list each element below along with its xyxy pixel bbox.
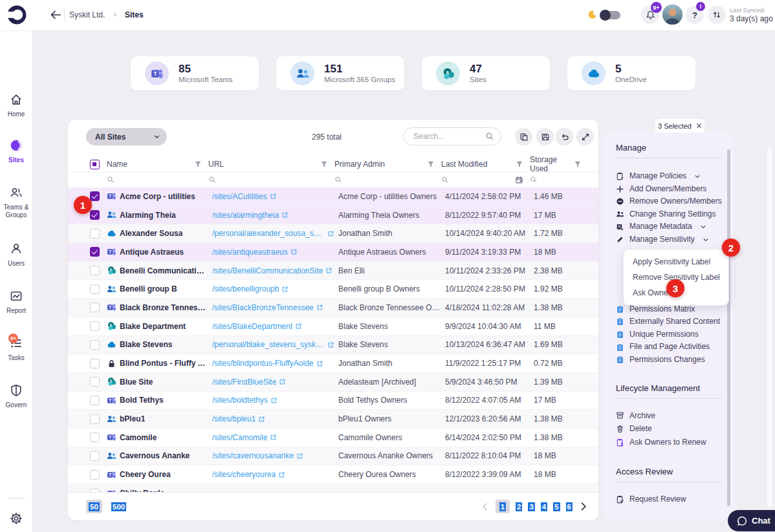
row-checkbox[interactable] xyxy=(90,396,100,405)
external-link-icon[interactable] xyxy=(327,341,334,348)
action-manage-metadata[interactable]: Manage Metadata xyxy=(616,220,723,233)
search-icon[interactable] xyxy=(485,132,494,141)
row-checkbox[interactable] xyxy=(90,247,100,257)
filter-funnel-icon[interactable] xyxy=(320,160,328,168)
row-checkbox[interactable] xyxy=(90,432,100,442)
row-checkbox[interactable] xyxy=(90,266,100,275)
action-delete[interactable]: Delete xyxy=(616,422,723,436)
action-file-and-page-activities[interactable]: File and Page Activities xyxy=(616,341,723,354)
sidebar-item-home[interactable]: Home xyxy=(0,93,32,118)
panel-scrollbar[interactable] xyxy=(727,149,730,506)
action-externally-shared-content[interactable]: Externally Shared Content xyxy=(616,315,723,328)
external-link-icon[interactable] xyxy=(316,360,323,367)
table-row[interactable]: TChilly Boule xyxy=(68,484,598,492)
action-manage-policies[interactable]: Manage Policies xyxy=(616,170,723,183)
site-url-link[interactable]: /sites/boldtethys xyxy=(212,396,268,405)
chat-button[interactable]: Chat xyxy=(728,510,775,531)
table-row[interactable]: sBlue Site/sites/FirstBlueSiteAdelasteam… xyxy=(68,373,598,392)
table-row[interactable]: TBlack Bronze Tennessee/sites/BlackBronz… xyxy=(68,299,598,317)
filter-funnel-icon[interactable] xyxy=(574,160,582,168)
site-url-link[interactable]: /personal/alexander_sousa_syskitq... xyxy=(212,229,325,238)
sync-button[interactable] xyxy=(708,6,726,24)
table-row[interactable]: TCheery Ourea/sites/cheeryoureaCheery Ou… xyxy=(68,465,598,484)
filter-funnel-icon[interactable] xyxy=(427,160,435,168)
sidebar-item-report[interactable]: Report xyxy=(0,290,32,315)
row-checkbox[interactable] xyxy=(90,210,100,220)
sidebar-item-sites[interactable]: Sites xyxy=(0,139,32,164)
column-search-icon[interactable] xyxy=(107,176,115,184)
column-header-name[interactable]: Name xyxy=(107,160,127,169)
external-link-icon[interactable] xyxy=(295,323,302,330)
site-url-link[interactable]: /sites/BenelliCommunicationSite xyxy=(212,266,323,275)
breadcrumb-org[interactable]: Syskit Ltd. xyxy=(69,10,105,19)
date-filter-icon[interactable] xyxy=(515,176,523,184)
page-size-50[interactable]: 50 xyxy=(89,502,100,511)
table-row[interactable]: Blind Pontus - Fluffy Aoide/sites/blindp… xyxy=(68,354,598,373)
row-checkbox[interactable] xyxy=(90,303,100,312)
table-row[interactable]: Alarming Theia/sites/alarmingtheiaAlarmi… xyxy=(68,206,598,225)
column-search-icon[interactable] xyxy=(208,176,216,184)
chevron-down-icon[interactable] xyxy=(703,237,709,243)
column-header-primary-admin[interactable]: Primary Admin xyxy=(334,160,385,169)
row-checkbox[interactable] xyxy=(90,321,100,331)
filter-funnel-icon[interactable] xyxy=(516,160,523,168)
site-url-link[interactable]: /personal/blake_stevens_syskitqa_... xyxy=(212,340,325,349)
action-permissions-changes[interactable]: Permissions Changes xyxy=(616,354,723,367)
action-manage-sensitivity[interactable]: Manage Sensitivity xyxy=(616,233,723,246)
close-icon[interactable] xyxy=(696,123,702,129)
external-link-icon[interactable] xyxy=(325,267,333,274)
site-url-link[interactable]: /sites/FirstBlueSite xyxy=(212,378,276,387)
column-header-last-modified[interactable]: Last Modified xyxy=(441,160,487,169)
page-scrollbar[interactable] xyxy=(767,147,772,507)
action-request-review[interactable]: Request Review xyxy=(616,493,723,506)
row-checkbox[interactable] xyxy=(90,377,100,387)
site-url-link[interactable]: /sites/cheeryourea xyxy=(212,470,276,479)
filter-funnel-icon[interactable] xyxy=(194,160,202,168)
site-url-link[interactable]: /sites/blindpontus-FluffyAoide xyxy=(212,359,314,368)
row-checkbox[interactable] xyxy=(90,229,100,239)
external-link-icon[interactable] xyxy=(279,378,286,385)
column-search-icon[interactable] xyxy=(441,176,449,184)
action-add-owners-members[interactable]: Add Owners/Members xyxy=(616,183,723,196)
dark-mode-toggle[interactable] xyxy=(601,11,620,19)
sidebar-item-tasks[interactable]: 9+Tasks xyxy=(0,337,32,362)
user-avatar[interactable] xyxy=(662,5,682,25)
sidebar-item-teams-groups[interactable]: Teams & Groups xyxy=(0,186,32,218)
site-url-link[interactable]: /sites/BlackBronzeTennessee xyxy=(212,303,314,312)
chevron-down-icon[interactable] xyxy=(694,173,701,180)
page-number-5[interactable]: 5 xyxy=(553,502,560,511)
column-search-icon[interactable] xyxy=(334,176,342,184)
external-link-icon[interactable] xyxy=(327,230,334,237)
action-archive[interactable]: Archive xyxy=(616,409,723,423)
external-link-icon[interactable] xyxy=(290,248,298,255)
undo-button[interactable] xyxy=(556,128,573,145)
row-checkbox[interactable] xyxy=(90,414,100,424)
table-row[interactable]: bPleu1/sites/bpleu1bPleu1 Owners12/1/202… xyxy=(68,410,598,429)
sites-filter-dropdown[interactable]: All Sites xyxy=(86,128,167,145)
prev-page-icon[interactable] xyxy=(481,502,490,511)
next-page-icon[interactable] xyxy=(578,502,588,511)
row-checkbox[interactable] xyxy=(90,340,100,350)
action-remove-owners-members[interactable]: Remove Owners/Members xyxy=(616,195,723,208)
column-header-url[interactable]: URL xyxy=(208,160,224,169)
table-row[interactable]: sBlake Department/sites/BlakeDepartmentB… xyxy=(68,317,598,336)
selected-count-tab[interactable]: 3 Selected xyxy=(655,119,704,133)
external-link-icon[interactable] xyxy=(270,397,278,404)
site-url-link[interactable]: /sites/cavernousananke xyxy=(212,451,294,460)
sidebar-item-govern[interactable]: Govern xyxy=(0,384,32,409)
table-row[interactable]: Alexander Sousa/personal/alexander_sousa… xyxy=(68,224,598,243)
page-number-1[interactable]: 1 xyxy=(499,502,506,511)
page-size-500[interactable]: 500 xyxy=(111,502,126,511)
settings-gear-icon[interactable] xyxy=(10,512,23,525)
site-url-link[interactable]: /sites/Camomile xyxy=(212,433,267,442)
page-number-2[interactable]: 2 xyxy=(516,502,522,511)
sidebar-item-users[interactable]: Users xyxy=(0,242,32,268)
external-link-icon[interactable] xyxy=(281,211,289,218)
copy-button[interactable] xyxy=(515,128,532,145)
table-row[interactable]: sBenelli Communication Site/sites/Benell… xyxy=(68,262,598,281)
column-header-storage-used[interactable]: Storage Used xyxy=(530,155,574,173)
action-ask-owners-to-renew[interactable]: Ask Owners to Renew xyxy=(616,436,723,449)
table-search[interactable] xyxy=(403,127,501,145)
row-checkbox[interactable] xyxy=(90,470,100,480)
row-checkbox[interactable] xyxy=(90,359,100,368)
